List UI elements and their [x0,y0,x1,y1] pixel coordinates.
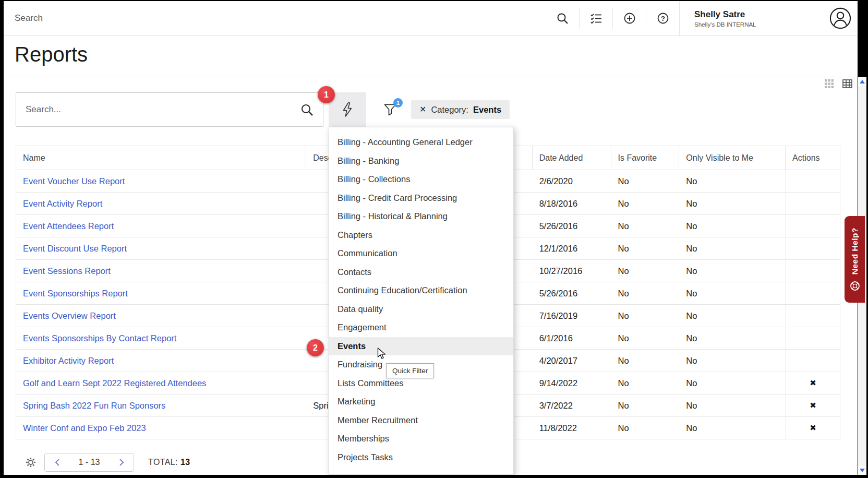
only-visible-cell: No [679,327,786,349]
filter-button[interactable]: 1 [383,103,397,116]
report-link[interactable]: Winter Conf and Expo Feb 2023 [23,423,146,433]
column-header-is-favorite[interactable]: Is Favorite [611,146,680,170]
total-label: TOTAL: [148,458,178,467]
report-search-input[interactable] [26,104,300,115]
avatar-icon[interactable] [829,7,851,29]
remove-icon[interactable]: ✖ [810,401,816,410]
report-link[interactable]: Event Sponsorships Report [23,289,128,298]
dropdown-item[interactable]: Billing - Historical & Planning [329,207,513,226]
dropdown-item[interactable]: Projects Tasks [329,448,513,467]
add-circle-icon[interactable] [613,1,646,35]
dropdown-item[interactable]: Memberships [329,429,513,448]
dropdown-item[interactable]: Billing - Collections [329,170,513,189]
task-list-icon[interactable] [580,1,612,35]
quick-filter-tooltip: Quick Filter [386,363,434,378]
date-added-cell: 12/1/2016 [533,237,611,259]
active-filter-chip[interactable]: ✕ Category: Events [411,100,510,119]
annotation-step-2: 2 [307,339,324,356]
scroll-down-button[interactable] [858,466,866,475]
column-header-date-added[interactable]: Date Added [533,146,611,170]
dropdown-item[interactable]: Member Recruitment [329,411,513,430]
report-link[interactable]: Exhibitor Activity Report [23,356,114,366]
table-footer: 1 - 13 TOTAL:13 [16,453,190,472]
date-added-cell: 5/26/2016 [533,282,611,304]
annotation-step-1: 1 [318,86,335,103]
card-view-icon[interactable] [825,79,834,88]
dropdown-item[interactable]: Billing - Credit Card Processing [329,189,513,208]
lightning-bolt-icon [342,102,353,117]
remove-icon[interactable]: ✖ [810,378,816,388]
search-icon[interactable] [546,1,579,35]
column-header-name[interactable]: Name [16,146,306,170]
search-icon[interactable] [300,103,314,116]
is-favorite-cell: No [611,170,680,192]
previous-page-button[interactable] [45,453,69,471]
app-window: ? Shelly Satre Shelly's DB INTERNAL Repo… [4,1,858,475]
total-count: TOTAL:13 [148,458,190,467]
dropdown-item[interactable]: Contacts [329,263,513,282]
grid-settings-icon[interactable] [25,457,37,468]
dropdown-item[interactable]: Marketing [329,392,513,411]
report-link[interactable]: Event Attendees Report [23,221,114,231]
column-header-actions: Actions [786,146,840,170]
only-visible-cell: No [679,215,786,237]
remove-icon[interactable]: ✖ [810,423,816,433]
dropdown-item[interactable]: Billing - Banking [329,152,513,171]
date-added-cell: 11/8/2022 [533,417,611,439]
need-help-tab[interactable]: Need Help? [845,216,865,303]
only-visible-cell: No [679,282,786,304]
report-search-box [16,92,323,127]
up-arrow-icon [860,80,865,83]
clear-filter-icon[interactable]: ✕ [419,105,426,114]
only-visible-cell: No [679,305,786,327]
is-favorite-cell: No [611,193,680,214]
global-search-input[interactable] [15,13,182,23]
report-link[interactable]: Spring Bash 2022 Fun Run Sponsors [23,401,165,411]
column-header-only-visible[interactable]: Only Visible to Me [679,146,786,170]
dropdown-item[interactable]: Continuing Education/Certification [329,281,513,300]
filter-count-badge: 1 [393,98,403,107]
date-added-cell: 2/6/2020 [533,170,611,192]
date-added-cell: 9/14/2022 [533,372,611,394]
report-link[interactable]: Event Discount Use Report [23,244,127,254]
is-favorite-cell: No [611,305,680,327]
date-added-cell: 3/7/2022 [533,395,611,416]
dropdown-item[interactable]: Billing - Accounting General Ledger [329,133,513,152]
svg-text:?: ? [661,15,665,22]
date-added-cell: 4/20/2017 [533,350,611,372]
quick-filter-dropdown: Billing - Accounting General Ledger Bill… [329,127,514,475]
mouse-cursor-icon [377,348,387,362]
dropdown-item[interactable]: Data quality [329,300,513,319]
date-added-cell: 5/26/2016 [533,215,611,237]
dropdown-item[interactable]: Events [329,337,513,356]
dropdown-item[interactable]: Communication [329,244,513,263]
down-arrow-icon [860,469,865,472]
is-favorite-cell: No [611,395,680,416]
is-favorite-cell: No [611,350,680,372]
only-visible-cell: No [679,395,786,416]
dropdown-item[interactable]: Chapters [329,226,513,245]
next-page-button[interactable] [109,453,134,471]
dropdown-item[interactable]: Engagement [329,318,513,337]
report-link[interactable]: Events Sponsorships By Contact Report [23,333,176,343]
user-database: Shelly's DB INTERNAL [694,21,829,28]
report-link[interactable]: Golf and Learn Sept 2022 Registered Atte… [23,378,206,388]
only-visible-cell: No [679,193,786,214]
table-view-icon[interactable] [842,79,852,88]
is-favorite-cell: No [611,372,680,394]
report-link[interactable]: Event Sessions Report [23,266,111,276]
report-link[interactable]: Events Overview Report [23,311,116,321]
report-link[interactable]: Event Voucher Use Report [23,176,125,186]
report-link[interactable]: Event Activity Report [23,199,102,209]
chevron-right-icon [118,458,125,467]
is-favorite-cell: No [611,260,680,282]
is-favorite-cell: No [611,327,680,349]
date-added-cell: 6/1/2016 [533,327,611,349]
title-bar: Reports [4,36,858,77]
help-circle-icon[interactable]: ? [646,1,679,35]
scroll-up-button[interactable] [858,77,866,86]
page-range: 1 - 13 [69,458,109,467]
only-visible-cell: No [679,372,786,394]
user-menu[interactable]: Shelly Satre Shelly's DB INTERNAL [679,1,829,35]
only-visible-cell: No [679,350,786,372]
